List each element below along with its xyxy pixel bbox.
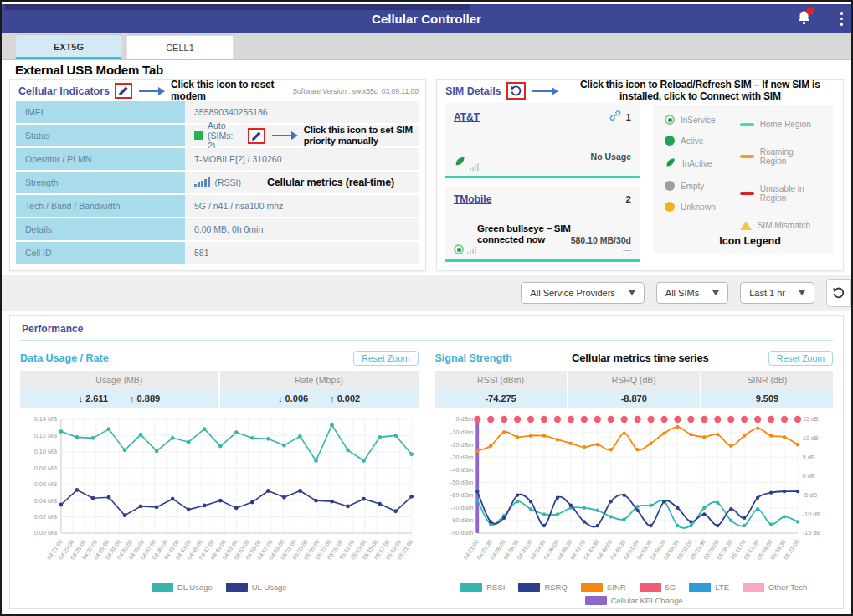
unknown-icon — [665, 202, 675, 212]
time-range-select[interactable]: Last 1 hr — [740, 282, 814, 304]
annotation-arrow — [139, 90, 159, 92]
reload-sim-button[interactable] — [506, 82, 526, 100]
svg-text:0 dBm: 0 dBm — [455, 415, 473, 423]
cellular-indicators-table: IMEI355890340255186StatusAuto (SIMs: 2)C… — [10, 101, 425, 264]
sim-priority-edit-icon[interactable] — [248, 128, 265, 144]
inactive-leaf-icon — [665, 157, 676, 170]
legend-item: Roaming Region — [740, 147, 815, 166]
refresh-charts-button[interactable] — [826, 279, 851, 307]
legend-label: UL Usage — [252, 583, 287, 592]
reset-modem-edit-icon[interactable] — [115, 83, 132, 99]
status-square-icon — [194, 131, 203, 140]
filter-bar: All Service Providers All SIMs Last 1 hr — [2, 275, 851, 311]
annotation-reload-sim: Click this icon to Reload/Refresh SIM – … — [564, 80, 836, 102]
indicator-value: Auto (SIMs: 2)Click this icon to set SIM… — [185, 125, 419, 146]
indicator-value-text: 581 — [194, 248, 209, 258]
legend-swatch — [743, 583, 764, 592]
sim-status-inservice-icon — [454, 244, 464, 254]
legend-label: 5G — [665, 583, 676, 592]
svg-text:0 dB: 0 dB — [802, 472, 814, 480]
chevron-down-icon — [799, 290, 805, 295]
svg-text:0.12 MB: 0.12 MB — [34, 432, 57, 439]
sim-name-link[interactable]: AT&T — [454, 111, 480, 123]
upload-value: ↑ 0.002 — [330, 393, 360, 403]
signal-chart-legend-row2: Cellular KPI Change — [435, 593, 834, 607]
reset-zoom-button[interactable]: Reset Zoom — [353, 351, 418, 366]
indicator-row: Tech / Band / Bandwidth5G / n41 / nsa100… — [16, 195, 419, 217]
overflow-menu-icon[interactable] — [839, 10, 845, 28]
legend-label: Cellular KPI Change — [611, 596, 683, 605]
stat-value: 9.509 — [701, 389, 833, 408]
notification-bell-icon[interactable] — [796, 9, 813, 28]
tab-ext5g[interactable]: EXT5G — [15, 35, 122, 59]
chart-legend-item: 5G — [640, 583, 676, 592]
annotation-timeseries: Cellular metrics time series — [512, 352, 768, 365]
indicator-value: T-MOBILE[2] / 310260 — [185, 148, 419, 170]
legend-label: Empty — [681, 182, 704, 191]
sim-slot-number: 2 — [626, 194, 631, 204]
indicator-label: Details — [16, 218, 185, 240]
svg-text:0.08 MB: 0.08 MB — [34, 465, 57, 472]
indicator-label: Status — [16, 125, 185, 146]
unusable-region-icon — [740, 192, 754, 195]
sim-icon-legend: InServiceActiveInActiveEmptyUnknown Home… — [653, 105, 833, 254]
sim-name-link[interactable]: TMobile — [454, 193, 491, 205]
service-provider-value: All Service Providers — [530, 288, 614, 298]
legend-item: Empty — [665, 181, 740, 191]
indicator-value: 5G / n41 / nsa100 mhz — [185, 195, 419, 217]
sim-usage-sub: --- — [591, 162, 631, 171]
app-header: Cellular Controller — [2, 4, 851, 33]
home-region-icon — [740, 123, 754, 126]
legend-swatch — [689, 583, 711, 592]
annotation-reset-modem: Click this icon to reset modem — [171, 80, 282, 102]
svg-text:5 dB: 5 dB — [802, 454, 814, 461]
sims-select[interactable]: All SIMs — [656, 282, 728, 304]
sim-mismatch-icon — [740, 221, 752, 230]
annotation-arrow — [532, 90, 552, 92]
upload-value: ↑ 0.889 — [130, 393, 160, 403]
legend-label: InService — [681, 116, 716, 125]
annotation-green-bullseye: Green bullseye – SIM connected now — [477, 223, 611, 245]
inservice-icon — [665, 115, 675, 125]
chart-legend-item: Cellular KPI Change — [585, 596, 683, 605]
signal-strength-chart[interactable]: 04:21:0004:23:3004:26:0004:28:3004:31:00… — [435, 411, 834, 580]
notification-badge — [806, 7, 814, 15]
legend-swatch — [518, 583, 540, 592]
svg-text:-90 dBm: -90 dBm — [450, 529, 473, 536]
indicator-row: StatusAuto (SIMs: 2)Click this icon to s… — [16, 125, 419, 146]
sim-details-title: SIM Details — [445, 85, 501, 97]
svg-text:-80 dBm: -80 dBm — [450, 516, 473, 524]
service-provider-select[interactable]: All Service Providers — [521, 282, 644, 304]
legend-swatch — [152, 583, 173, 592]
svg-text:-10 dBm: -10 dBm — [450, 428, 473, 435]
legend-swatch — [585, 596, 607, 605]
annotation-realtime-metrics: Cellular metrics (real-time) — [267, 177, 394, 188]
indicator-value-text: (RSSI) — [215, 177, 242, 187]
legend-swatch — [640, 583, 661, 592]
indicator-label: Strength — [16, 172, 185, 193]
signal-strength-panel: Signal Strength Cellular metrics time se… — [435, 348, 834, 607]
legend-label: SINR — [607, 583, 626, 592]
stat-value: -8.870 — [568, 389, 700, 408]
indicator-label: Operator / PLMN — [16, 148, 185, 170]
svg-text:10 dB: 10 dB — [802, 434, 818, 442]
data-usage-chart[interactable]: 04:21:0004:23:0004:25:0004:27:0004:29:00… — [20, 411, 419, 580]
software-version: Software Version : swix55c_03.09.11.00 — [292, 87, 419, 95]
reset-zoom-button[interactable]: Reset Zoom — [768, 351, 833, 366]
sim-usage-sub: --- — [571, 245, 631, 254]
signal-bars-icon — [194, 177, 210, 187]
performance-panel: Performance Data Usage / Rate Reset Zoom… — [9, 315, 844, 609]
indicator-value-text: 5G / n41 / nsa100 mhz — [194, 201, 283, 211]
svg-text:-70 dBm: -70 dBm — [450, 504, 473, 511]
chevron-down-icon — [629, 290, 635, 295]
indicator-value-text: T-MOBILE[2] / 310260 — [194, 154, 281, 164]
link-icon — [609, 110, 621, 125]
page-title: Cellular Controller — [2, 12, 851, 26]
annotation-sim-priority: Click this icon to set SIM priority manu… — [304, 125, 419, 146]
stat-value: ↓ 2.611↑ 0.889 — [20, 389, 218, 408]
roaming-region-icon — [740, 155, 754, 158]
tab-cell1[interactable]: CELL1 — [126, 35, 234, 59]
svg-text:-60 dBm: -60 dBm — [450, 491, 473, 499]
data-usage-panel: Data Usage / Rate Reset Zoom Usage (MB) … — [20, 348, 419, 607]
data-usage-stats: Usage (MB) ↓ 2.611↑ 0.889 Rate (Mbps) ↓ … — [20, 371, 419, 408]
